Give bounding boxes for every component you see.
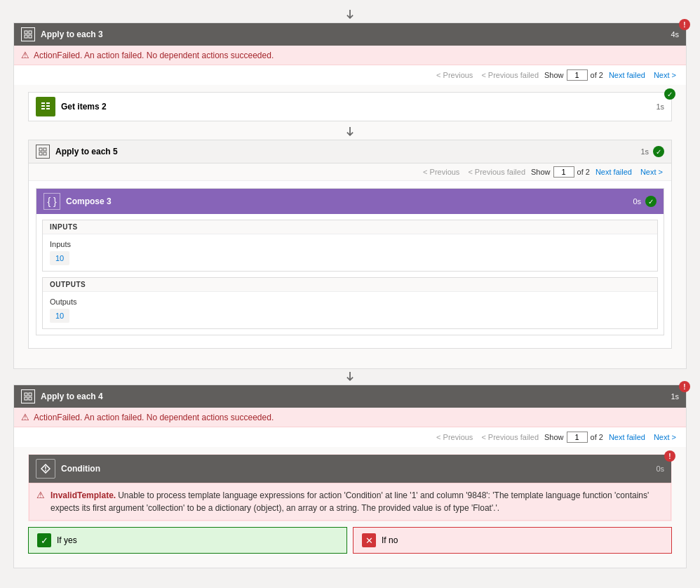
apply-each-5-icon [36, 145, 50, 159]
apply-each-5-block: Apply to each 5 1s ✓ < Previous < Previo… [28, 140, 672, 349]
apply-each-3-content: Get items 2 1s ✓ Apply to each 5 1s ✓ [14, 85, 686, 368]
get-items-2-success: ✓ [664, 88, 675, 100]
prev-failed-btn-5[interactable]: < Previous failed [465, 166, 528, 178]
condition-header[interactable]: Condition 0s ! [29, 455, 671, 483]
apply-each-3-header[interactable]: Apply to each 3 4s ! [14, 23, 686, 46]
prev-failed-btn-4[interactable]: < Previous failed [478, 432, 541, 443]
branch-yes-label: If yes [57, 535, 77, 545]
apply-each-4-content: Condition 0s ! ⚠ InvalidTemplate. Unable… [14, 447, 686, 568]
page-of-3: of 2 [591, 71, 603, 79]
svg-rect-10 [25, 397, 27, 400]
page-input-5[interactable] [553, 166, 574, 178]
top-arrow [346, 10, 354, 20]
apply-each-4-pagination: < Previous < Previous failed Show of 2 N… [14, 427, 686, 447]
compose-3-icon: { } [43, 193, 60, 210]
arrow-between-blocks [346, 372, 354, 382]
branch-no[interactable]: ✕ If no [353, 527, 672, 554]
apply-each-5-header[interactable]: Apply to each 5 1s ✓ [29, 140, 671, 163]
get-items-2-duration: 1s [656, 102, 664, 111]
prev-failed-btn-3[interactable]: < Previous failed [478, 69, 541, 81]
apply-each-3-error-badge: ! [679, 19, 690, 30]
inputs-header: INPUTS [43, 220, 657, 234]
outputs-field-label: Outputs [50, 298, 650, 306]
svg-rect-8 [25, 393, 27, 396]
next-failed-btn-5[interactable]: Next failed [593, 166, 635, 178]
inputs-value: 10 [50, 251, 69, 265]
apply-each-3-error-text: ActionFailed. An action failed. No depen… [34, 51, 274, 60]
get-items-2-icon [36, 97, 55, 116]
page-input-3[interactable] [567, 69, 588, 81]
svg-rect-0 [25, 31, 27, 34]
svg-rect-9 [29, 393, 32, 396]
compose-3-header[interactable]: { } Compose 3 0s ✓ [36, 189, 664, 214]
apply-each-4-error-text: ActionFailed. An action failed. No depen… [34, 413, 274, 422]
apply-each-3-error-banner: ⚠ ActionFailed. An action failed. No dep… [14, 46, 686, 65]
next-failed-btn-4[interactable]: Next failed [606, 432, 648, 443]
apply-each-4-icon [21, 389, 35, 403]
condition-title: Condition [61, 464, 656, 474]
apply-each-3-pagination: < Previous < Previous failed Show of 2 N… [14, 65, 686, 85]
branch-no-label: If no [382, 535, 398, 545]
condition-error-body: ⚠ InvalidTemplate. Unable to process tem… [29, 483, 671, 521]
inputs-section: INPUTS Inputs 10 [42, 220, 658, 272]
warning-icon-3: ⚠ [21, 50, 29, 60]
flow-container: Apply to each 3 4s ! ⚠ ActionFailed. An … [13, 7, 687, 568]
condition-error-text: InvalidTemplate. Unable to process templ… [51, 489, 664, 514]
prev-btn-3[interactable]: < Previous [433, 69, 476, 81]
prev-btn-5[interactable]: < Previous [420, 166, 462, 178]
outputs-header: OUTPUTS [43, 278, 657, 292]
outputs-value: 10 [50, 309, 69, 323]
apply-each-3-title: Apply to each 3 [41, 29, 671, 39]
show-label-3: Show [544, 71, 564, 79]
condition-icon [36, 459, 55, 479]
apply-each-4-error-badge: ! [679, 381, 690, 392]
apply-each-5-pagination: < Previous < Previous failed Show of 2 N… [29, 163, 671, 181]
svg-rect-5 [43, 148, 46, 151]
apply-each-5-content: { } Compose 3 0s ✓ INPUTS Inputs 10 [29, 181, 671, 348]
inputs-field-label: Inputs [50, 240, 650, 248]
apply-each-3-block: Apply to each 3 4s ! ⚠ ActionFailed. An … [13, 22, 687, 369]
apply-each-5-duration: 1s [640, 147, 649, 156]
next-failed-btn-3[interactable]: Next failed [606, 69, 648, 81]
apply-each-4-header[interactable]: Apply to each 4 1s ! [14, 385, 686, 408]
outputs-section: OUTPUTS Outputs 10 [42, 277, 658, 329]
get-items-2-header[interactable]: Get items 2 1s [29, 93, 671, 121]
apply-each-5-title: Apply to each 5 [55, 147, 640, 156]
compose-3-title: Compose 3 [66, 196, 633, 206]
next-btn-4[interactable]: Next > [651, 432, 679, 443]
svg-rect-11 [29, 397, 32, 400]
condition-error-detail: Unable to process template language expr… [51, 490, 649, 513]
svg-rect-6 [39, 152, 42, 155]
condition-duration: 0s [656, 465, 664, 473]
svg-rect-2 [25, 35, 27, 38]
arrow-after-get-items [28, 127, 672, 137]
branch-yes[interactable]: ✓ If yes [28, 527, 347, 554]
svg-rect-3 [29, 35, 32, 38]
show-label-5: Show [531, 168, 551, 176]
svg-rect-7 [43, 152, 46, 155]
branch-yes-icon: ✓ [37, 533, 51, 547]
next-btn-3[interactable]: Next > [651, 69, 679, 81]
condition-error-title: InvalidTemplate. [51, 490, 116, 500]
apply-each-5-success: ✓ [653, 146, 664, 157]
compose-3-block: { } Compose 3 0s ✓ INPUTS Inputs 10 [36, 188, 664, 335]
apply-each-4-duration: 1s [671, 392, 679, 401]
apply-each-4-error-banner: ⚠ ActionFailed. An action failed. No dep… [14, 408, 686, 427]
get-items-2-title: Get items 2 [61, 102, 656, 112]
apply-each-3-icon [21, 27, 35, 41]
compose-3-duration: 0s [633, 197, 641, 206]
page-of-5: of 2 [577, 168, 590, 176]
page-input-4[interactable] [567, 432, 588, 443]
inputs-body: Inputs 10 [43, 234, 657, 271]
branch-no-icon: ✕ [362, 533, 376, 547]
next-btn-5[interactable]: Next > [638, 166, 666, 178]
warning-icon-4: ⚠ [21, 412, 29, 422]
outputs-body: Outputs 10 [43, 292, 657, 328]
condition-error-badge: ! [664, 450, 675, 462]
branches: ✓ If yes ✕ If no [28, 527, 672, 554]
apply-each-3-duration: 4s [671, 30, 679, 39]
compose-3-success: ✓ [645, 196, 657, 207]
apply-each-4-block: Apply to each 4 1s ! ⚠ ActionFailed. An … [13, 385, 687, 568]
condition-error-icon: ⚠ [36, 490, 45, 514]
prev-btn-4[interactable]: < Previous [433, 432, 476, 443]
